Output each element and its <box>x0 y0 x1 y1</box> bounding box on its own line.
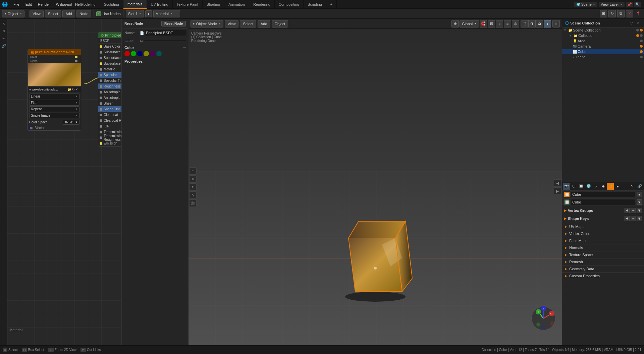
color-swatch-yellow[interactable] <box>144 51 149 56</box>
left-tool-4[interactable]: 🔗 <box>0 42 7 49</box>
clearcoat-socket[interactable] <box>100 114 102 116</box>
global-dropdown[interactable]: Global ▼ <box>460 20 479 27</box>
box-select-shortcut[interactable]: ⊡ Box Select <box>22 348 44 352</box>
color-swatch-blue[interactable] <box>137 51 143 56</box>
sk-more-btn[interactable]: ▼ <box>637 216 642 221</box>
exclusion-icon[interactable]: ✕ <box>635 20 641 26</box>
ws-tab-uv-editing[interactable]: UV Editing <box>147 0 173 9</box>
proportional-icon[interactable]: ○ <box>496 20 503 27</box>
select-shortcut[interactable]: ● Select <box>3 348 18 352</box>
prop-mesh-icon[interactable]: ⊿ <box>607 183 614 190</box>
tree-collection[interactable]: ▼ 📁 Collection <box>562 33 644 38</box>
face-maps-section[interactable]: ▶ Face Maps <box>562 237 644 244</box>
sk-add-btn[interactable]: + <box>625 216 630 221</box>
move-tool[interactable]: ✥ <box>189 175 197 183</box>
ws-tab-texture-paint[interactable]: Texture Paint <box>173 0 203 9</box>
tree-scene-collection[interactable]: ▼ 📁 Scene Collection <box>562 27 644 33</box>
output-socket-color[interactable] <box>75 56 77 58</box>
ws-tab-compositing[interactable]: Compositing <box>275 0 304 9</box>
extension-dropdown[interactable]: Repeat ▼ <box>29 106 79 112</box>
img-reload-icon[interactable]: ↻ <box>72 88 75 91</box>
filter-icon[interactable]: ▽ <box>629 20 635 26</box>
pin2-icon[interactable]: 📍 <box>635 10 642 17</box>
nav-expand-btn[interactable]: ▶ <box>554 187 561 195</box>
copy-icon[interactable]: ⧉ <box>617 10 625 17</box>
prop-object-icon[interactable]: ◆ <box>600 183 607 190</box>
image-texture-node[interactable]: 🖼 pexels-curtis-adams-3284980.jpg Color … <box>28 49 81 131</box>
ws-tab-modeling[interactable]: Modeling <box>76 0 100 9</box>
material-type-icon[interactable]: ● <box>145 10 152 17</box>
snap-icon[interactable]: ⊡ <box>488 20 495 27</box>
projection-dropdown[interactable]: Flat ▼ <box>29 100 79 106</box>
cut-links-shortcut[interactable]: ✂ Cut Links <box>80 348 101 352</box>
material-selector[interactable]: Material ▼ <box>153 10 180 17</box>
nav-gizmo[interactable]: X Y Z <box>530 305 557 332</box>
reset-node-btn[interactable]: Reset Node <box>161 21 186 26</box>
scale-tool[interactable]: ⤡ <box>189 191 197 199</box>
zoom-2d-shortcut[interactable]: ⊕ Zoom 2D View <box>48 348 76 352</box>
shape-keys-header[interactable]: ▶ Shape Keys + − ▼ <box>562 215 644 222</box>
metallic-socket[interactable] <box>100 68 102 71</box>
cursor-tool[interactable]: ⊕ <box>189 167 197 175</box>
ws-tab-add[interactable]: + <box>326 0 337 9</box>
wireframe-shading-btn[interactable]: ⬚ <box>521 20 528 27</box>
vector-socket[interactable] <box>30 127 33 129</box>
ws-tab-shading[interactable]: Shading <box>203 0 224 9</box>
remesh-section[interactable]: ▶ Remesh <box>562 258 644 265</box>
menu-render[interactable]: Render <box>35 2 53 7</box>
object-browse-btn[interactable]: ▼ <box>637 192 642 197</box>
rotate-tool[interactable]: ↻ <box>189 183 197 191</box>
looksdev-shading-btn[interactable]: ◕ <box>536 20 543 27</box>
node-canvas[interactable]: 🖼 pexels-curtis-adams-3284980.jpg Color … <box>7 19 189 345</box>
menu-edit[interactable]: Edit <box>23 2 35 7</box>
source-dropdown[interactable]: Single Image ▼ <box>29 113 79 118</box>
data-browse-btn[interactable]: ▼ <box>637 199 642 205</box>
ws-tab-materials[interactable]: materials <box>123 0 147 9</box>
ior-socket[interactable] <box>100 125 102 128</box>
vertex-groups-header[interactable]: ▶ Vertex Groups + − ▼ <box>562 207 644 214</box>
left-tool-1[interactable]: ↖ <box>0 20 7 27</box>
header-overlay-icon[interactable]: ≡ <box>504 20 511 27</box>
node-menu[interactable]: Node <box>76 10 91 17</box>
ws-tab-sculpting[interactable]: Sculpting <box>100 0 123 9</box>
search-icon[interactable]: 🔍 <box>634 2 641 7</box>
data-name-field[interactable]: Cube <box>571 199 635 205</box>
texture-space-section[interactable]: ▶ Texture Space <box>562 251 644 258</box>
delete-icon[interactable]: ✕ <box>626 10 633 17</box>
node-name-input[interactable]: Principled BSDF <box>145 30 186 36</box>
prop-view-layer-icon[interactable]: 🔲 <box>578 183 585 190</box>
base-color-socket[interactable] <box>100 45 102 48</box>
refresh-icon[interactable]: ↻ <box>608 10 616 17</box>
left-tool-3[interactable]: ✂ <box>0 35 7 42</box>
magnet-icon[interactable]: 🧲 <box>480 20 487 27</box>
ws-tab-rendering[interactable]: Rendering <box>249 0 275 9</box>
interpolation-dropdown[interactable]: Linear ▼ <box>29 94 79 99</box>
object-name-field[interactable]: Cube <box>571 192 635 197</box>
custom-properties-section[interactable]: ▶ Custom Properties <box>562 272 644 279</box>
grid-icon[interactable]: ⊞ <box>600 10 607 17</box>
roughness-socket[interactable] <box>100 85 102 88</box>
sk-remove-btn[interactable]: − <box>631 216 636 221</box>
left-tool-2[interactable]: ⊕ <box>0 27 7 34</box>
color-space-dropdown[interactable]: sRGB ▼ <box>63 120 79 125</box>
img-x-icon[interactable]: ✕ <box>75 88 78 91</box>
vp-view-btn[interactable]: View <box>225 20 239 27</box>
prop-physics-icon[interactable]: ∿ <box>629 183 636 190</box>
prop-scene-icon[interactable]: 🌍 <box>585 183 592 190</box>
img-browse-icon[interactable]: 📂 <box>68 88 71 91</box>
view-menu[interactable]: View <box>30 10 44 17</box>
sheen-tint-socket[interactable] <box>100 108 102 111</box>
sheen-socket[interactable] <box>100 102 102 105</box>
clearcoat-rough-socket[interactable] <box>100 119 102 122</box>
tree-plane[interactable]: ▱ Plane <box>562 54 644 60</box>
viewport-mode-dropdown[interactable]: ● Object Mode ▼ <box>191 20 223 27</box>
nav-toggle-btn[interactable]: ◀ <box>554 179 561 187</box>
anisotropic-socket[interactable] <box>100 91 102 94</box>
specular-tint-socket[interactable] <box>100 79 102 82</box>
emission-socket[interactable] <box>100 142 102 145</box>
vg-more-btn[interactable]: ▼ <box>637 208 642 213</box>
geometry-data-section[interactable]: ▶ Geometry Data <box>562 265 644 272</box>
use-nodes-toggle[interactable]: ✓ Use Nodes <box>96 11 120 16</box>
gizmo-icon[interactable]: ◎ <box>512 20 519 27</box>
vp-add-btn[interactable]: Add <box>258 20 270 27</box>
